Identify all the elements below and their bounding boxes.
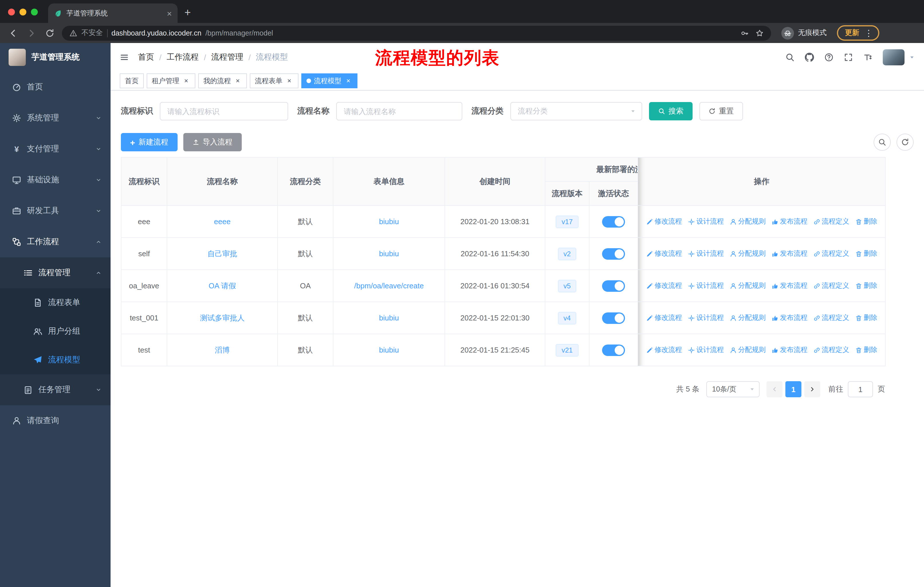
- delete-link[interactable]: 删除: [855, 345, 877, 355]
- design-process-link[interactable]: 设计流程: [688, 217, 724, 227]
- form-info-link[interactable]: biubiu: [379, 346, 399, 354]
- design-process-link[interactable]: 设计流程: [688, 345, 724, 355]
- delete-link[interactable]: 删除: [855, 249, 877, 258]
- sidebar-item-devtools[interactable]: 研发工具: [0, 195, 111, 227]
- browser-update-button[interactable]: 更新: [837, 25, 879, 41]
- process-name-input[interactable]: [336, 102, 462, 121]
- publish-process-link[interactable]: 发布流程: [771, 345, 807, 355]
- design-process-link[interactable]: 设计流程: [688, 281, 724, 291]
- delete-link[interactable]: 删除: [855, 217, 877, 227]
- fullscreen-icon[interactable]: [844, 53, 853, 62]
- back-button[interactable]: [7, 26, 20, 39]
- next-page-button[interactable]: [804, 381, 820, 397]
- goto-page-input[interactable]: [848, 381, 873, 397]
- breadcrumb-workflow[interactable]: 工作流程: [167, 52, 199, 63]
- refresh-table-button[interactable]: [896, 134, 914, 151]
- publish-process-link[interactable]: 发布流程: [771, 313, 807, 323]
- sidebar-item-workflow[interactable]: 工作流程: [0, 227, 111, 257]
- delete-link[interactable]: 删除: [855, 281, 877, 291]
- active-toggle[interactable]: [602, 280, 625, 291]
- sidebar-item-home[interactable]: 首页: [0, 72, 111, 103]
- edit-process-link[interactable]: 修改流程: [646, 249, 682, 258]
- tab-close-icon[interactable]: [167, 9, 172, 18]
- process-name-link[interactable]: 自己审批: [207, 249, 237, 258]
- form-info-link[interactable]: /bpm/oa/leave/create: [354, 281, 424, 290]
- assign-rule-link[interactable]: 分配规则: [729, 217, 766, 227]
- import-process-button[interactable]: 导入流程: [183, 133, 242, 151]
- current-page-button[interactable]: 1: [785, 381, 802, 397]
- assign-rule-link[interactable]: 分配规则: [729, 313, 766, 323]
- publish-process-link[interactable]: 发布流程: [771, 249, 807, 258]
- tag-close-icon[interactable]: [182, 77, 190, 85]
- tag-process-form[interactable]: 流程表单: [250, 73, 299, 88]
- forward-button[interactable]: [25, 26, 38, 39]
- user-avatar[interactable]: [883, 49, 904, 65]
- breadcrumb-process-management[interactable]: 流程管理: [211, 52, 243, 63]
- process-definition-link[interactable]: 流程定义: [813, 281, 849, 291]
- process-name-link[interactable]: eeee: [214, 217, 231, 226]
- prev-page-button[interactable]: [766, 381, 782, 397]
- design-process-link[interactable]: 设计流程: [688, 313, 724, 323]
- form-info-link[interactable]: biubiu: [379, 250, 399, 258]
- assign-rule-link[interactable]: 分配规则: [729, 249, 766, 258]
- process-category-select[interactable]: 流程分类: [510, 102, 642, 121]
- active-toggle[interactable]: [602, 312, 625, 324]
- process-definition-link[interactable]: 流程定义: [813, 313, 849, 323]
- process-name-link[interactable]: OA 请假: [208, 281, 236, 290]
- form-info-link[interactable]: biubiu: [379, 314, 399, 322]
- search-icon[interactable]: [785, 53, 795, 62]
- tag-home[interactable]: 首页: [120, 73, 144, 88]
- window-minimize-button[interactable]: [20, 8, 26, 15]
- edit-process-link[interactable]: 修改流程: [646, 345, 682, 355]
- help-icon[interactable]: [824, 53, 833, 62]
- sidebar-item-leave-query[interactable]: 请假查询: [0, 405, 111, 436]
- sidebar-item-process-model[interactable]: 流程模型: [0, 346, 111, 374]
- browser-tab[interactable]: 芋道管理系统: [48, 3, 178, 23]
- search-button[interactable]: 搜索: [649, 102, 693, 121]
- font-size-icon[interactable]: [863, 53, 873, 62]
- toggle-search-button[interactable]: [874, 134, 891, 151]
- edit-process-link[interactable]: 修改流程: [646, 313, 682, 323]
- reset-button[interactable]: 重置: [700, 102, 743, 121]
- tag-close-icon[interactable]: [285, 77, 293, 85]
- tag-close-icon[interactable]: [344, 77, 352, 85]
- app-logo[interactable]: 芋道管理系统: [0, 43, 111, 72]
- process-definition-link[interactable]: 流程定义: [813, 345, 849, 355]
- sidebar-item-infrastructure[interactable]: 基础设施: [0, 165, 111, 195]
- github-icon[interactable]: [805, 53, 814, 62]
- active-toggle[interactable]: [602, 216, 625, 227]
- design-process-link[interactable]: 设计流程: [688, 249, 724, 258]
- process-definition-link[interactable]: 流程定义: [813, 217, 849, 227]
- publish-process-link[interactable]: 发布流程: [771, 281, 807, 291]
- breadcrumb-home[interactable]: 首页: [138, 52, 154, 63]
- sidebar-item-process-form[interactable]: 流程表单: [0, 288, 111, 317]
- publish-process-link[interactable]: 发布流程: [771, 217, 807, 227]
- tag-close-icon[interactable]: [234, 77, 242, 85]
- tag-tenant-management[interactable]: 租户管理: [147, 73, 195, 88]
- assign-rule-link[interactable]: 分配规则: [729, 281, 766, 291]
- sidebar-item-system[interactable]: 系统管理: [0, 103, 111, 134]
- sidebar-item-process-management[interactable]: 流程管理: [0, 257, 111, 288]
- url-omnibox[interactable]: 不安全 dashboard.yudao.iocoder.cn/bpm/manag…: [62, 25, 771, 40]
- edit-process-link[interactable]: 修改流程: [646, 217, 682, 227]
- sidebar-item-payment[interactable]: 支付管理: [0, 134, 111, 165]
- tag-process-model[interactable]: 流程模型: [301, 73, 358, 88]
- password-key-icon[interactable]: [741, 29, 749, 37]
- active-toggle[interactable]: [602, 344, 625, 356]
- window-zoom-button[interactable]: [31, 8, 38, 15]
- active-toggle[interactable]: [602, 248, 625, 260]
- bookmark-star-icon[interactable]: [756, 29, 764, 37]
- delete-link[interactable]: 删除: [855, 313, 877, 323]
- form-info-link[interactable]: biubiu: [379, 217, 399, 226]
- window-close-button[interactable]: [8, 8, 15, 15]
- page-size-select[interactable]: 10条/页: [706, 381, 760, 397]
- avatar-caret-icon[interactable]: [909, 55, 915, 60]
- browser-menu-icon[interactable]: [865, 28, 873, 38]
- reload-button[interactable]: [43, 26, 56, 39]
- assign-rule-link[interactable]: 分配规则: [729, 345, 766, 355]
- process-definition-link[interactable]: 流程定义: [813, 249, 849, 258]
- process-id-input[interactable]: [160, 102, 288, 121]
- process-name-link[interactable]: 测试多审批人: [200, 313, 244, 322]
- new-tab-button[interactable]: [185, 7, 191, 18]
- tag-my-process[interactable]: 我的流程: [198, 73, 247, 88]
